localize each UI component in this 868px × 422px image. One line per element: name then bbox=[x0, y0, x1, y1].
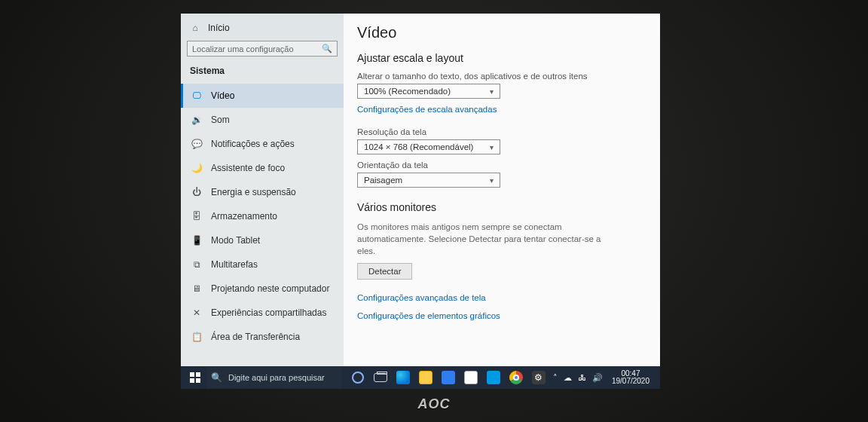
gear-icon: ⚙ bbox=[532, 371, 546, 384]
sidebar-home-label: Início bbox=[208, 23, 230, 33]
photos-button[interactable] bbox=[482, 367, 505, 388]
sidebar-item-projecting[interactable]: 🖥 Projetando neste computador bbox=[181, 277, 344, 301]
clipboard-icon: 📋 bbox=[191, 332, 202, 342]
taskbar-search-placeholder: Digite aqui para pesquisar bbox=[228, 373, 325, 382]
svg-rect-0 bbox=[190, 372, 194, 377]
sound-icon: 🔉 bbox=[191, 115, 202, 125]
chevron-down-icon: ▾ bbox=[490, 143, 494, 151]
sidebar-item-label: Notificações e ações bbox=[211, 139, 295, 149]
section-scale-title: Ajustar escala e layout bbox=[357, 52, 646, 64]
taskbar-clock[interactable]: 00:47 19/07/2020 bbox=[609, 370, 653, 386]
scale-label: Alterar o tamanho do texto, dos aplicati… bbox=[357, 72, 646, 81]
multitask-icon: ⧉ bbox=[191, 259, 202, 270]
chrome-icon bbox=[509, 371, 523, 384]
shared-icon: ✕ bbox=[191, 307, 202, 318]
settings-app: ⌂ Início Localizar uma configuração 🔍 Si… bbox=[181, 14, 660, 366]
multi-monitor-help: Os monitores mais antigos nem sempre se … bbox=[357, 221, 606, 257]
sidebar-item-multitask[interactable]: ⧉ Multitarefas bbox=[181, 252, 344, 277]
advanced-scaling-link[interactable]: Configurações de escala avançadas bbox=[357, 105, 497, 114]
explorer-button[interactable] bbox=[414, 367, 437, 388]
search-icon: 🔍 bbox=[322, 44, 332, 54]
project-icon: 🖥 bbox=[191, 283, 202, 294]
windows-screen: ⌂ Início Localizar uma configuração 🔍 Si… bbox=[181, 14, 660, 389]
chevron-down-icon: ▾ bbox=[490, 176, 494, 185]
sidebar-item-label: Área de Transferência bbox=[211, 332, 300, 342]
sidebar-item-label: Experiências compartilhadas bbox=[211, 307, 326, 318]
sidebar-item-notifications[interactable]: 💬 Notificações e ações bbox=[181, 132, 344, 156]
taskbar-pinned-apps: ⚙ bbox=[347, 367, 550, 388]
taskbar: 🔍 Digite aqui para pesquisar ⚙ ˄ ☁ 🖧 🔊 0… bbox=[181, 366, 660, 389]
windows-logo-icon bbox=[190, 372, 200, 383]
home-icon: ⌂ bbox=[190, 23, 200, 33]
start-button[interactable] bbox=[185, 367, 205, 388]
sidebar-item-label: Vídeo bbox=[211, 90, 234, 101]
sidebar-item-sound[interactable]: 🔉 Som bbox=[181, 108, 344, 132]
focus-icon: 🌙 bbox=[191, 163, 202, 173]
sidebar-item-label: Assistente de foco bbox=[211, 163, 285, 173]
photos-icon bbox=[487, 371, 500, 384]
tablet-icon: 📱 bbox=[191, 235, 202, 246]
advanced-display-link[interactable]: Configurações avançadas de tela bbox=[357, 293, 486, 302]
taskbar-date: 19/07/2020 bbox=[612, 378, 649, 386]
svg-rect-2 bbox=[190, 378, 194, 383]
sidebar-section-title: Sistema bbox=[181, 64, 344, 84]
monitor-brand-label: AOC bbox=[418, 396, 451, 412]
settings-content: Vídeo Ajustar escala e layout Alterar o … bbox=[344, 14, 660, 366]
svg-rect-3 bbox=[196, 378, 200, 383]
cortana-icon bbox=[352, 372, 364, 384]
sidebar-item-label: Energia e suspensão bbox=[211, 187, 296, 197]
storage-icon: 🗄 bbox=[191, 211, 202, 222]
scale-dropdown-value: 100% (Recomendado) bbox=[364, 87, 451, 96]
sidebar-search[interactable]: Localizar uma configuração 🔍 bbox=[187, 41, 338, 57]
orientation-dropdown-value: Paisagem bbox=[364, 176, 402, 185]
graphics-settings-link[interactable]: Configurações de elementos gráficos bbox=[357, 311, 500, 320]
sidebar-item-video[interactable]: 🖵 Vídeo bbox=[181, 84, 344, 108]
sidebar-search-placeholder: Localizar uma configuração bbox=[192, 44, 294, 54]
edge-button[interactable] bbox=[392, 367, 414, 388]
svg-rect-1 bbox=[196, 372, 200, 377]
mail-icon bbox=[442, 371, 455, 384]
resolution-label: Resolução da tela bbox=[357, 127, 646, 136]
sidebar-item-label: Som bbox=[211, 115, 230, 125]
network-icon[interactable]: 🖧 bbox=[578, 373, 586, 382]
notifications-icon: 💬 bbox=[191, 139, 202, 149]
resolution-dropdown-value: 1024 × 768 (Recomendável) bbox=[364, 142, 473, 151]
system-tray: ˄ ☁ 🖧 🔊 00:47 19/07/2020 bbox=[553, 370, 656, 386]
sidebar-item-label: Multitarefas bbox=[211, 259, 258, 270]
sidebar-item-label: Armazenamento bbox=[211, 211, 277, 222]
search-icon: 🔍 bbox=[211, 372, 222, 383]
folder-icon bbox=[419, 371, 432, 384]
sidebar-item-focus-assist[interactable]: 🌙 Assistente de foco bbox=[181, 156, 344, 180]
resolution-dropdown[interactable]: 1024 × 768 (Recomendável) ▾ bbox=[357, 139, 500, 154]
tray-overflow-icon[interactable]: ˄ bbox=[553, 373, 558, 383]
detect-button[interactable]: Detectar bbox=[357, 263, 412, 280]
settings-taskbar-button[interactable]: ⚙ bbox=[527, 367, 550, 388]
sidebar-item-label: Modo Tablet bbox=[211, 235, 260, 246]
mail-button[interactable] bbox=[437, 367, 460, 388]
chrome-button[interactable] bbox=[505, 367, 527, 388]
sidebar-item-tablet[interactable]: 📱 Modo Tablet bbox=[181, 228, 344, 252]
onedrive-icon[interactable]: ☁ bbox=[564, 373, 572, 383]
sidebar-item-storage[interactable]: 🗄 Armazenamento bbox=[181, 204, 344, 228]
orientation-label: Orientação da tela bbox=[357, 161, 646, 170]
sidebar-item-clipboard[interactable]: 📋 Área de Transferência bbox=[181, 325, 344, 349]
display-icon: 🖵 bbox=[191, 90, 202, 101]
page-title: Vídeo bbox=[357, 24, 646, 41]
volume-icon[interactable]: 🔊 bbox=[592, 373, 603, 383]
scale-dropdown[interactable]: 100% (Recomendado) ▾ bbox=[357, 84, 500, 99]
sidebar-item-label: Projetando neste computador bbox=[211, 283, 329, 294]
section-multi-title: Vários monitores bbox=[357, 201, 646, 213]
store-icon bbox=[464, 371, 478, 384]
taskbar-search[interactable]: 🔍 Digite aqui para pesquisar bbox=[206, 367, 342, 388]
edge-icon bbox=[396, 371, 410, 384]
store-button[interactable] bbox=[460, 367, 482, 388]
sidebar-item-power[interactable]: ⏻ Energia e suspensão bbox=[181, 180, 344, 204]
orientation-dropdown[interactable]: Paisagem ▾ bbox=[357, 173, 500, 188]
sidebar-item-shared[interactable]: ✕ Experiências compartilhadas bbox=[181, 301, 344, 325]
sidebar-home[interactable]: ⌂ Início bbox=[181, 20, 344, 41]
chevron-down-icon: ▾ bbox=[490, 87, 494, 96]
task-view-icon bbox=[374, 373, 387, 382]
cortana-button[interactable] bbox=[347, 367, 369, 388]
sidebar-nav: 🖵 Vídeo 🔉 Som 💬 Notificações e ações 🌙 A… bbox=[181, 84, 344, 349]
task-view-button[interactable] bbox=[369, 367, 392, 388]
